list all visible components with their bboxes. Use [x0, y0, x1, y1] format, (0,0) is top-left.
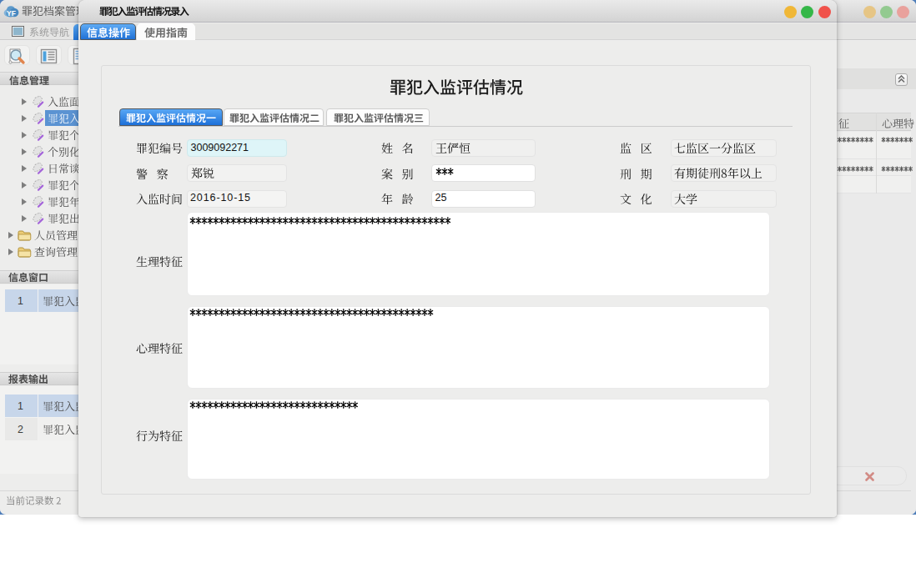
svg-text:YF: YF [7, 9, 16, 18]
